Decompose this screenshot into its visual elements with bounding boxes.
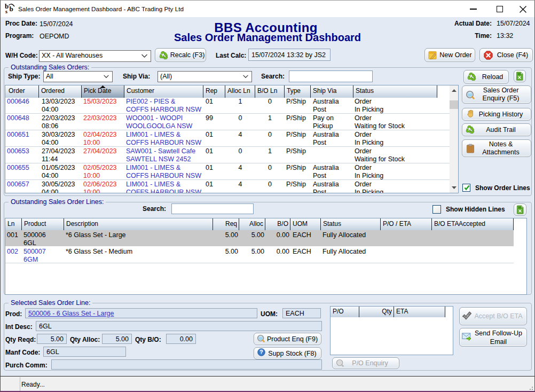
svg-text:b: b <box>10 5 13 13</box>
svg-text:s: s <box>5 9 7 14</box>
